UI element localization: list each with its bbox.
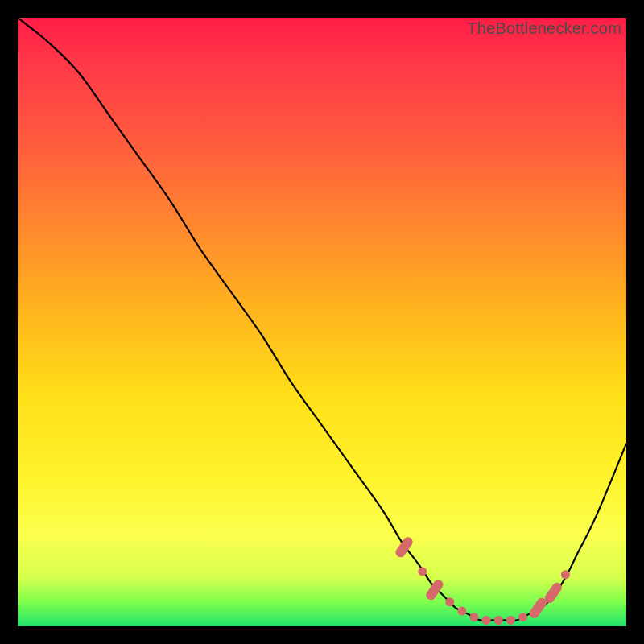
marker-dot xyxy=(445,597,454,606)
marker-dot xyxy=(561,570,570,579)
marker-dot xyxy=(506,616,515,625)
curve-layer xyxy=(18,18,626,626)
marker-dot xyxy=(518,613,527,621)
bottleneck-curve xyxy=(18,18,626,621)
marker-dot xyxy=(482,616,491,625)
marker-pill xyxy=(424,578,445,602)
marker-dot xyxy=(418,567,427,576)
marker-pill xyxy=(543,581,564,605)
chart-frame: TheBottlenecker.com xyxy=(0,0,644,644)
optimal-range-markers xyxy=(394,535,570,625)
marker-dot xyxy=(494,616,503,625)
plot-area: TheBottlenecker.com xyxy=(18,18,626,626)
marker-dot xyxy=(470,613,479,621)
marker-dot xyxy=(457,607,466,616)
